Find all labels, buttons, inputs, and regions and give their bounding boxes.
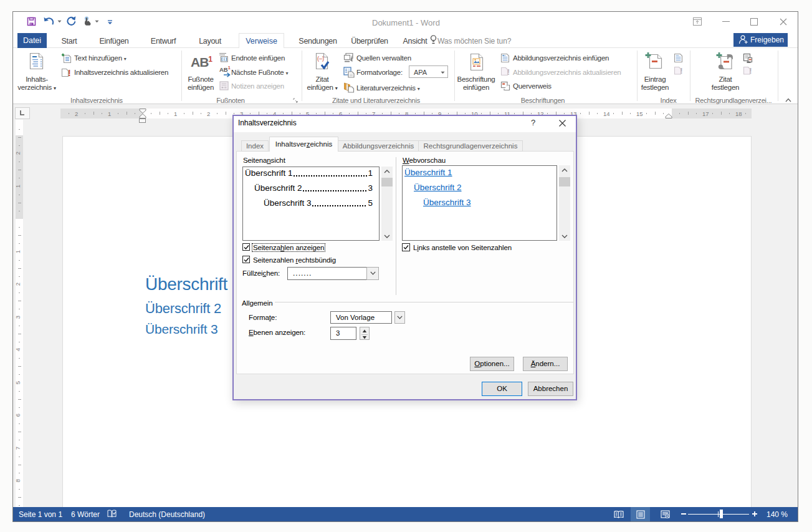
- svg-text:!: !: [68, 68, 71, 78]
- svg-text:(–): (–): [317, 56, 324, 62]
- svg-text:!: !: [681, 67, 683, 75]
- svg-text:!: !: [750, 67, 752, 75]
- svg-text:!: !: [507, 68, 510, 77]
